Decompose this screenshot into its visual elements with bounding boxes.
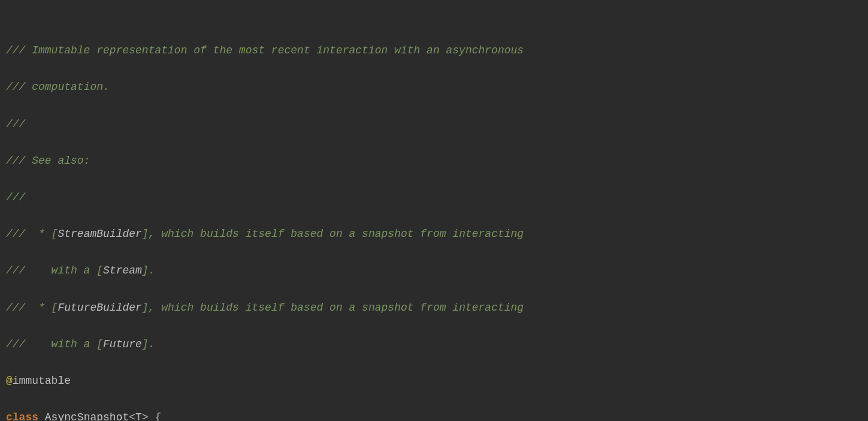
annotation-at: @ <box>6 375 13 387</box>
doc-ref-future: Future <box>103 338 142 350</box>
class-name-asyncsnapshot: AsyncSnapshot <box>38 411 129 421</box>
code-line-7: /// with a [Stream]. <box>6 261 862 280</box>
doc-comment: /// with a [ <box>6 338 103 350</box>
code-line-5: /// <box>6 188 862 207</box>
doc-comment: /// <box>6 118 25 130</box>
doc-comment: /// with a [ <box>6 264 103 276</box>
code-line-1: /// Immutable representation of the most… <box>6 41 862 60</box>
keyword-class: class <box>6 411 38 421</box>
code-editor-view[interactable]: /// Immutable representation of the most… <box>0 0 868 421</box>
doc-comment: /// See also: <box>6 155 90 167</box>
doc-comment: /// * [ <box>6 302 58 314</box>
doc-comment: /// <box>6 191 25 203</box>
doc-comment: ]. <box>142 264 155 276</box>
doc-ref-stream: Stream <box>103 264 142 276</box>
code-line-4: /// See also: <box>6 152 862 170</box>
code-line-11: class AsyncSnapshot<T> { <box>6 408 862 421</box>
code-line-6: /// * [StreamBuilder], which builds itse… <box>6 225 862 243</box>
code-line-10: @immutable <box>6 372 862 390</box>
doc-comment: ]. <box>142 338 155 350</box>
annotation-immutable: immutable <box>13 375 71 387</box>
doc-ref-futurebuilder: FutureBuilder <box>58 302 141 314</box>
doc-comment: /// computation. <box>6 81 110 93</box>
doc-comment: ], which builds itself based on a snapsh… <box>142 302 524 314</box>
code-line-3: /// <box>6 115 862 134</box>
doc-comment: /// * [ <box>6 228 58 240</box>
generic-brace: <T> { <box>129 411 161 421</box>
code-line-9: /// with a [Future]. <box>6 335 862 354</box>
doc-comment: /// Immutable representation of the most… <box>6 44 524 56</box>
doc-ref-streambuilder: StreamBuilder <box>58 228 141 240</box>
code-line-8: /// * [FutureBuilder], which builds itse… <box>6 299 862 317</box>
doc-comment: ], which builds itself based on a snapsh… <box>142 228 524 240</box>
code-line-2: /// computation. <box>6 78 862 97</box>
